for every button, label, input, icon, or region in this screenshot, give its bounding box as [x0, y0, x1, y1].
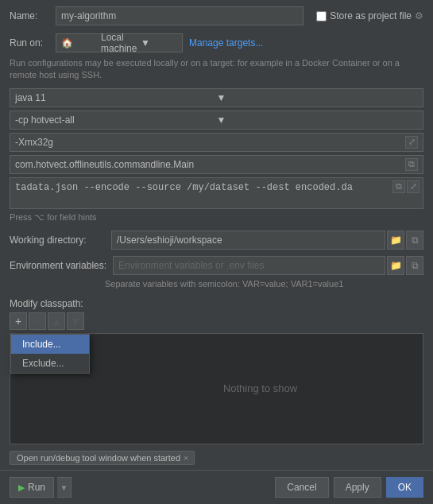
store-checkbox-area: Store as project file ⚙ — [316, 10, 423, 21]
args-expand-icon[interactable]: ⤢ — [407, 180, 419, 193]
xmx-field[interactable]: -Xmx32g ⤢ — [10, 133, 423, 152]
env-vars-container: 📁 ⧉ — [113, 256, 423, 275]
cp-value: -cp hotvect-all — [15, 114, 217, 126]
args-value: tadata.json --encode --source /my/datase… — [15, 180, 418, 195]
cancel-button[interactable]: Cancel — [275, 477, 328, 498]
args-copy-icon[interactable]: ⧉ — [392, 180, 405, 193]
classpath-area: Include... Exclude... Nothing to show — [10, 333, 423, 444]
home-icon: 🏠 — [61, 37, 98, 48]
working-dir-input[interactable] — [111, 231, 385, 250]
store-label: Store as project file — [330, 10, 412, 21]
run-on-label: Run on: — [10, 37, 49, 48]
classpath-label: Modify classpath: — [0, 293, 433, 311]
working-dir-container: 📁 ⧉ — [111, 231, 423, 250]
java-value: java 11 — [15, 92, 217, 103]
working-dir-macro-icon[interactable]: ⧉ — [406, 231, 423, 250]
tag-close-button[interactable]: × — [184, 453, 188, 463]
main-class-copy-icon[interactable]: ⧉ — [405, 158, 418, 171]
xmx-value: -Xmx32g — [15, 137, 405, 148]
java-dropdown[interactable]: java 11 ▼ — [10, 88, 423, 107]
gear-icon[interactable]: ⚙ — [415, 10, 423, 21]
debug-window-tag: Open run/debug tool window when started … — [10, 451, 195, 465]
main-class-value: com.hotvect.offlineutils.commandline.Mai… — [15, 159, 405, 170]
xmx-icons: ⤢ — [405, 136, 418, 149]
run-button[interactable]: ▶ Run — [10, 477, 54, 498]
env-vars-row: Environment variables: 📁 ⧉ — [0, 253, 433, 278]
main-class-icons: ⧉ — [405, 158, 418, 171]
chevron-down-icon: ▼ — [141, 37, 177, 48]
manage-targets-link[interactable]: Manage targets... — [189, 37, 263, 48]
args-field[interactable]: tadata.json --encode --source /my/datase… — [10, 177, 423, 209]
run-on-select[interactable]: 🏠 Local machine ▼ — [56, 33, 183, 52]
footer: ▶ Run ▼ Cancel Apply OK — [0, 470, 433, 504]
working-dir-row: Working directory: 📁 ⧉ — [0, 227, 433, 253]
run-button-group: ▶ Run ▼ — [10, 477, 72, 498]
working-dir-label: Working directory: — [10, 235, 105, 246]
run-on-row: Run on: 🏠 Local machine ▼ Manage targets… — [0, 30, 433, 56]
xmx-expand-icon[interactable]: ⤢ — [405, 136, 418, 149]
tag-row: Open run/debug tool window when started … — [0, 446, 433, 470]
env-vars-macro-icon[interactable]: ⧉ — [406, 256, 423, 275]
run-on-value: Local machine — [101, 32, 137, 54]
env-vars-label: Environment variables: — [10, 260, 106, 271]
env-vars-input[interactable] — [113, 256, 385, 275]
field-hint: Press ⌥ for field hints — [0, 211, 433, 227]
cp-dropdown[interactable]: -cp hotvect-all ▼ — [10, 110, 423, 130]
remove-classpath-button[interactable]: − — [29, 312, 46, 330]
dialog: Name: Store as project file ⚙ Run on: 🏠 … — [0, 0, 433, 504]
java-chevron-icon: ▼ — [217, 92, 419, 103]
run-chevron-icon: ▼ — [60, 483, 68, 492]
ok-button[interactable]: OK — [386, 477, 423, 498]
apply-button[interactable]: Apply — [334, 477, 381, 498]
classpath-dropdown-menu: Include... Exclude... — [10, 334, 90, 374]
main-class-field[interactable]: com.hotvect.offlineutils.commandline.Mai… — [10, 155, 423, 174]
tag-label: Open run/debug tool window when started — [17, 453, 180, 463]
env-vars-folder-icon[interactable]: 📁 — [387, 256, 404, 275]
help-text: Run configurations may be executed local… — [0, 56, 433, 87]
nothing-to-show-text: Nothing to show — [98, 334, 423, 444]
working-dir-folder-icon[interactable]: 📁 — [387, 231, 404, 250]
move-down-classpath-button[interactable]: ▼ — [67, 312, 84, 330]
include-menu-item[interactable]: Include... — [11, 335, 89, 354]
cp-chevron-icon: ▼ — [217, 114, 419, 126]
run-dropdown-arrow[interactable]: ▼ — [57, 477, 72, 498]
play-icon: ▶ — [18, 483, 25, 493]
add-classpath-button[interactable]: + — [10, 312, 27, 330]
sep-hint: Separate variables with semicolon: VAR=v… — [0, 278, 433, 293]
name-row: Name: Store as project file ⚙ — [0, 0, 433, 30]
classpath-toolbar: + − ▲ ▼ — [0, 311, 433, 331]
run-label: Run — [28, 482, 45, 493]
store-checkbox[interactable] — [316, 11, 327, 21]
move-up-classpath-button[interactable]: ▲ — [48, 312, 65, 330]
exclude-menu-item[interactable]: Exclude... — [11, 354, 89, 373]
name-label: Name: — [10, 10, 49, 21]
name-input[interactable] — [56, 6, 303, 25]
